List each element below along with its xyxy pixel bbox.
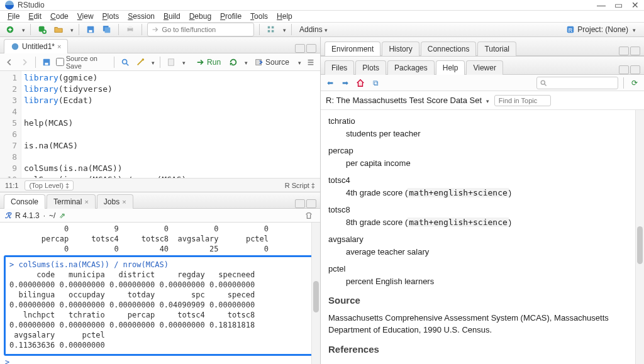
project-dropdown[interactable] — [631, 25, 636, 34]
tab-help[interactable]: Help — [436, 60, 465, 75]
addins-button[interactable]: Addins — [297, 24, 330, 35]
pane-minimize-button[interactable] — [295, 44, 305, 53]
menu-edit[interactable]: Edit — [25, 11, 45, 22]
open-file-button[interactable] — [52, 23, 65, 36]
notebook-button[interactable] — [165, 56, 177, 69]
source-tabs: Untitled1* × — [0, 37, 320, 53]
menu-file[interactable]: File — [4, 11, 23, 22]
menu-build[interactable]: Build — [160, 11, 184, 22]
help-search-input[interactable] — [550, 79, 615, 87]
help-back-button[interactable]: ⬅ — [325, 77, 336, 89]
new-file-dropdown[interactable] — [20, 25, 25, 34]
code-area[interactable]: library(ggmice) library(tidyverse) libra… — [21, 71, 189, 178]
tab-history[interactable]: History — [382, 41, 419, 56]
pane-maximize-button[interactable] — [306, 44, 316, 53]
tab-connections[interactable]: Connections — [421, 41, 477, 56]
tab-packages[interactable]: Packages — [387, 60, 435, 75]
tab-terminal[interactable]: Terminal × — [47, 194, 96, 209]
svg-rect-4 — [89, 30, 92, 33]
help-minimize-button[interactable] — [619, 65, 629, 74]
run-button[interactable]: Run — [193, 57, 224, 68]
help-term: pctel — [328, 263, 636, 275]
menu-session[interactable]: Session — [124, 11, 158, 22]
console-minimize-button[interactable] — [295, 199, 305, 208]
nav-back-button[interactable] — [4, 56, 15, 69]
console-maximize-button[interactable] — [306, 199, 316, 208]
svg-rect-22 — [256, 59, 262, 65]
help-def: 8th grade score (math+english+science) — [346, 216, 636, 229]
help-title-dropdown[interactable] — [484, 96, 489, 105]
help-scrollbar[interactable] — [635, 110, 644, 364]
editor-toolbar: Source on Save Run Source — [0, 53, 320, 71]
svg-point-23 — [541, 80, 545, 84]
svg-rect-21 — [169, 58, 174, 65]
new-file-button[interactable] — [4, 23, 16, 36]
console-output[interactable]: 0 9 0 0 0 percap totsc4 totsc8 avgsalary… — [0, 223, 320, 364]
scope-selector[interactable]: (Top Level) ‡ — [25, 180, 74, 190]
source-button[interactable]: Source — [252, 57, 292, 68]
tab-console[interactable]: Console — [4, 194, 45, 209]
rerun-button[interactable] — [228, 56, 239, 69]
open-recent-dropdown[interactable] — [69, 25, 74, 34]
close-terminal-tab[interactable]: × — [84, 198, 88, 206]
menu-plots[interactable]: Plots — [99, 11, 123, 22]
close-tab-button[interactable]: × — [57, 43, 61, 50]
tab-viewer[interactable]: Viewer — [466, 60, 502, 75]
grid-button[interactable] — [265, 23, 277, 36]
minimize-button[interactable]: — — [597, 0, 606, 10]
wand-button[interactable] — [135, 56, 146, 69]
language-selector[interactable]: R Script ‡ — [285, 182, 315, 189]
tab-environment[interactable]: Environment — [325, 41, 380, 56]
source-dropdown[interactable] — [296, 58, 301, 67]
new-project-button[interactable] — [36, 23, 48, 36]
tab-plots[interactable]: Plots — [355, 60, 386, 75]
console-prompt[interactable]: > — [5, 358, 9, 364]
menu-view[interactable]: View — [74, 11, 97, 22]
console-line: bilingua occupday totday spc speced — [9, 290, 311, 300]
goto-input[interactable] — [162, 26, 250, 33]
print-button[interactable] — [124, 23, 136, 36]
menu-debug[interactable]: Debug — [186, 11, 215, 22]
svg-point-20 — [142, 58, 145, 60]
help-popout-button[interactable]: ⧉ — [370, 77, 381, 89]
help-search[interactable] — [536, 77, 618, 89]
source-on-save-checkbox[interactable]: Source on Save — [56, 55, 109, 70]
goto-file-function[interactable] — [147, 23, 254, 36]
clear-console-button[interactable] — [303, 209, 315, 222]
tab-tutorial[interactable]: Tutorial — [477, 41, 516, 56]
env-maximize-button[interactable] — [630, 47, 640, 55]
wand-dropdown[interactable] — [150, 58, 155, 67]
help-refresh-button[interactable]: ⟳ — [629, 77, 640, 89]
editor-tab-untitled1[interactable]: Untitled1* × — [4, 39, 68, 53]
source-editor[interactable]: 1234567891011 library(ggmice) library(ti… — [0, 71, 320, 178]
help-maximize-button[interactable] — [630, 65, 640, 74]
notebook-dropdown[interactable] — [180, 58, 186, 67]
outline-button[interactable] — [305, 56, 316, 69]
save-button[interactable] — [84, 23, 97, 36]
env-minimize-button[interactable] — [619, 47, 629, 55]
close-button[interactable]: ✕ — [631, 0, 639, 10]
tab-files[interactable]: Files — [325, 60, 354, 75]
menu-profile[interactable]: Profile — [216, 11, 245, 22]
menu-code[interactable]: Code — [47, 11, 72, 22]
save-doc-button[interactable] — [41, 56, 52, 69]
tab-jobs[interactable]: Jobs × — [97, 194, 133, 209]
help-home-button[interactable] — [355, 77, 366, 89]
help-forward-button[interactable]: ➡ — [340, 77, 351, 89]
help-content[interactable]: tchratio students per teacher percap per… — [321, 110, 644, 364]
wd-browse-icon[interactable]: ⇗ — [59, 211, 65, 220]
menu-help[interactable]: Help — [273, 11, 296, 22]
save-all-button[interactable] — [101, 23, 113, 36]
menu-tools[interactable]: Tools — [247, 11, 272, 22]
nav-fwd-button[interactable] — [19, 56, 30, 69]
close-jobs-tab[interactable]: × — [122, 198, 126, 206]
r-logo-icon: ℛ — [5, 211, 11, 220]
rerun-dropdown[interactable] — [243, 58, 248, 67]
grid-dropdown[interactable] — [281, 25, 286, 34]
line-gutter: 1234567891011 — [0, 71, 21, 178]
project-selector[interactable]: R Project: (None) — [562, 23, 640, 36]
find-button[interactable] — [119, 56, 131, 69]
maximize-button[interactable]: ▭ — [614, 0, 623, 10]
console-scrollbar[interactable] — [311, 223, 320, 364]
find-in-topic-input[interactable] — [494, 95, 551, 106]
